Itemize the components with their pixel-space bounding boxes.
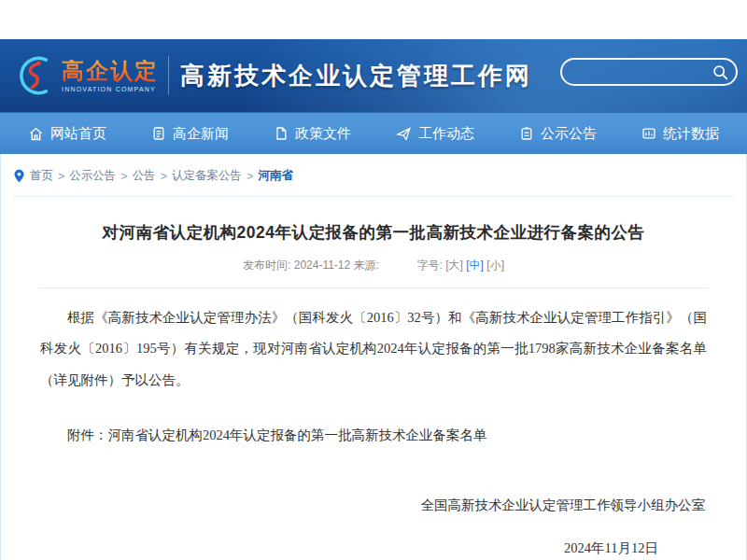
top-margin xyxy=(0,0,747,39)
signature-date: 2024年11月12日 xyxy=(40,533,707,560)
meta-divider xyxy=(38,287,709,288)
nav-item-home[interactable]: 网站首页 xyxy=(28,125,106,143)
breadcrumb-filing-notice[interactable]: 认定备案公告 xyxy=(172,168,242,184)
nav-item-announcements[interactable]: 公示公告 xyxy=(519,125,597,143)
publish-date: 2024-11-12 xyxy=(294,259,351,272)
font-size-medium-button[interactable]: [中] xyxy=(466,259,484,272)
nav-label: 统计数据 xyxy=(663,125,719,143)
breadcrumb-separator: > xyxy=(161,170,167,183)
paper-plane-icon xyxy=(396,126,412,142)
publish-time-label: 发布时间: xyxy=(243,259,290,272)
nav-item-policy[interactable]: 政策文件 xyxy=(274,125,351,143)
font-size-label: 字号: xyxy=(417,259,443,272)
attachment-line: 附件：河南省认定机构2024年认定报备的第一批高新技术企业备案名单 xyxy=(40,420,707,451)
clipboard-icon xyxy=(519,126,534,141)
search-icon[interactable] xyxy=(712,63,728,80)
source-label: 来源: xyxy=(354,259,379,272)
font-size-large-button[interactable]: [大] xyxy=(445,259,463,272)
chart-icon xyxy=(641,126,656,141)
breadcrumb-announcements[interactable]: 公示公告 xyxy=(69,168,116,184)
breadcrumb-home[interactable]: 首页 xyxy=(30,168,53,184)
page: 高企认定 INNOVATION COMPANY 高新技术企业认定管理工作网 xyxy=(0,0,747,560)
breadcrumb-separator: > xyxy=(247,170,253,183)
site-title: 高新技术企业认定管理工作网 xyxy=(180,60,532,92)
main-nav: 网站首页 高企新闻 政策文件 工作动态 xyxy=(0,112,747,154)
article-title: 对河南省认定机构2024年认定报备的第一批高新技术企业进行备案的公告 xyxy=(1,221,746,244)
nav-item-news[interactable]: 高企新闻 xyxy=(151,125,229,143)
header-divider xyxy=(168,56,169,95)
brand-subtitle: INNOVATION COMPANY xyxy=(62,86,159,92)
breadcrumb-notice[interactable]: 公告 xyxy=(133,168,156,184)
breadcrumb-separator: > xyxy=(58,170,64,183)
breadcrumb-separator: > xyxy=(120,170,127,183)
article-paragraph: 根据《高新技术企业认定管理办法》（国科发火〔2016〕32号）和《高新技术企业认… xyxy=(40,302,707,396)
location-pin-icon xyxy=(13,169,25,183)
home-icon xyxy=(28,126,44,142)
file-icon xyxy=(274,126,289,141)
site-header: 高企认定 INNOVATION COMPANY 高新技术企业认定管理工作网 xyxy=(0,39,747,112)
signature: 全国高新技术企业认定管理工作领导小组办公室 xyxy=(40,490,707,521)
breadcrumb: 首页 > 公示公告 > 公告 > 认定备案公告 > 河南省 xyxy=(1,154,746,192)
site-logo[interactable]: 高企认定 INNOVATION COMPANY xyxy=(13,54,159,97)
nav-label: 网站首页 xyxy=(50,125,106,143)
nav-label: 工作动态 xyxy=(418,125,474,143)
article-meta: 发布时间: 2024-11-12 来源: 字号: [大] [中] [小] xyxy=(1,258,746,273)
search-input[interactable] xyxy=(533,60,712,84)
content-area: 首页 > 公示公告 > 公告 > 认定备案公告 > 河南省 对河南省认定机构20… xyxy=(0,154,747,560)
nav-label: 高企新闻 xyxy=(173,125,229,143)
logo-swirl-icon xyxy=(13,54,56,97)
nav-item-dynamics[interactable]: 工作动态 xyxy=(396,125,474,143)
nav-item-statistics[interactable]: 统计数据 xyxy=(641,125,719,143)
breadcrumb-current-henan: 河南省 xyxy=(258,168,293,184)
article-body: 根据《高新技术企业认定管理办法》（国科发火〔2016〕32号）和《高新技术企业认… xyxy=(1,302,746,560)
nav-label: 政策文件 xyxy=(295,125,351,143)
search-box xyxy=(560,58,738,86)
news-icon xyxy=(151,126,166,141)
breadcrumb-divider xyxy=(13,196,734,197)
brand-name: 高企认定 xyxy=(62,60,159,82)
nav-label: 公示公告 xyxy=(541,125,597,143)
font-size-small-button[interactable]: [小] xyxy=(486,259,504,272)
